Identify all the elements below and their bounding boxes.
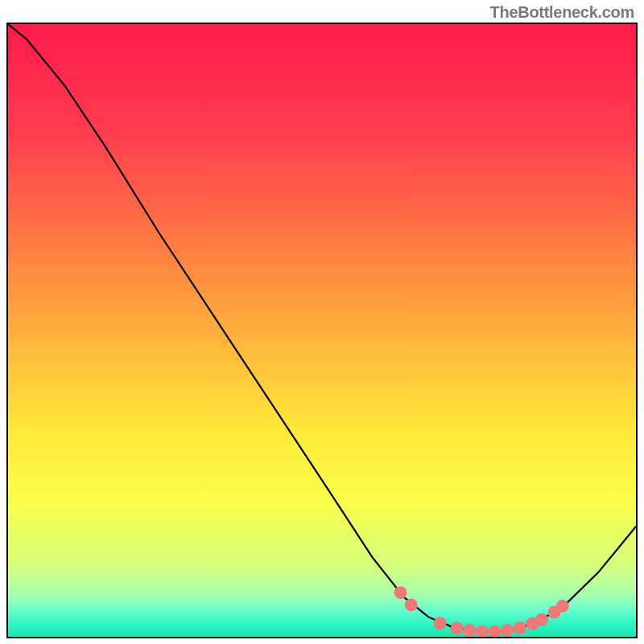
chart-curve [8,24,636,637]
data-marker [535,613,548,626]
data-marker [489,625,502,637]
data-marker [501,624,514,637]
data-marker [514,621,526,634]
data-marker [556,600,569,613]
plot-area [6,23,638,638]
data-marker [394,586,407,599]
data-marker [476,625,489,637]
data-marker [405,598,418,611]
data-marker [451,621,464,634]
data-marker [463,624,476,637]
data-marker [434,617,447,630]
watermark-text: TheBottleneck.com [490,3,634,22]
